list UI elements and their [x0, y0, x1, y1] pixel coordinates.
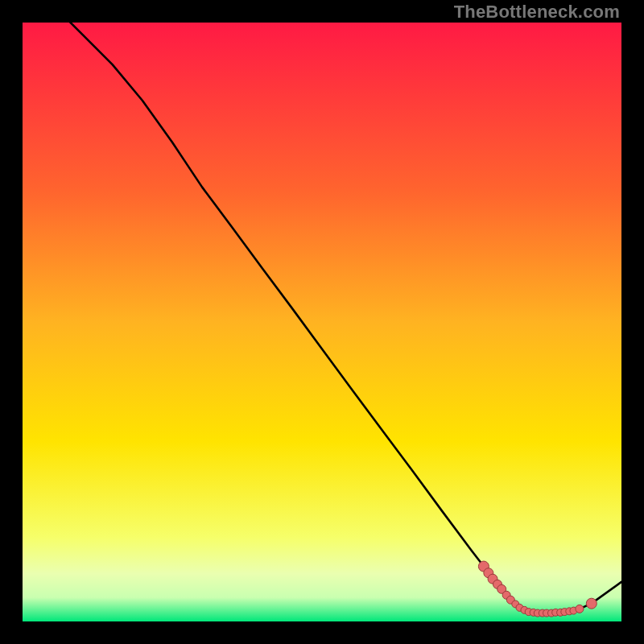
gradient-fill: [23, 23, 621, 621]
chart-svg: [23, 23, 621, 621]
attribution-text: TheBottleneck.com: [454, 2, 620, 23]
chart-plot-area: [23, 23, 621, 621]
chart-marker: [586, 598, 597, 609]
chart-marker: [576, 605, 584, 613]
chart-stage: TheBottleneck.com: [0, 0, 644, 644]
